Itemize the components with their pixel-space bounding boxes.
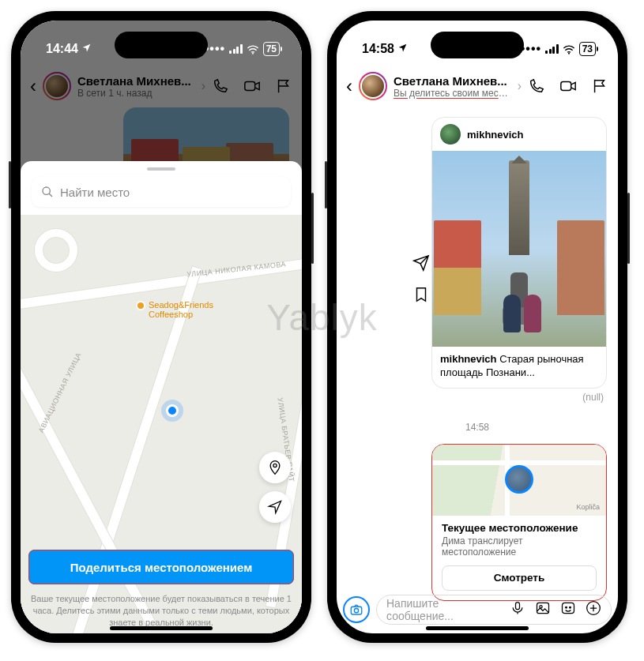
chat-subtitle: Вы делитесь своим местоп... — [394, 88, 510, 99]
contact-avatar[interactable] — [359, 72, 387, 100]
svg-point-2 — [43, 187, 50, 194]
dynamic-island — [115, 32, 208, 58]
chat-header: ‹ Светлана Михнев... Вы делитесь своим м… — [337, 65, 618, 107]
shared-post-card[interactable]: mikhnevich mikhnevich Старая рыночная пл… — [431, 117, 607, 389]
svg-point-7 — [354, 609, 358, 613]
phone-right: 14:58 •••• 73 ‹ Светл — [327, 11, 627, 643]
status-time: 14:44 — [46, 42, 78, 56]
search-location-input[interactable]: Найти место — [32, 177, 291, 207]
svg-point-12 — [566, 607, 567, 608]
svg-point-4 — [568, 53, 570, 54]
bookmark-icon[interactable] — [412, 286, 430, 306]
map-roundabout — [35, 229, 77, 272]
chat-title-block[interactable]: Светлана Михнев... Вы делитесь своим мес… — [394, 74, 510, 99]
message-composer: Напишите сообщение... — [343, 592, 612, 627]
view-location-button[interactable]: Смотреть — [442, 565, 597, 591]
share-icon[interactable] — [412, 254, 430, 275]
road-label: АВИАЦИОННАЯ УЛИЦА — [37, 351, 83, 434]
search-icon — [41, 186, 54, 198]
svg-point-13 — [570, 607, 571, 608]
home-indicator[interactable] — [426, 626, 529, 630]
location-services-icon — [81, 42, 92, 56]
cellular-icon — [229, 44, 243, 54]
wifi-icon — [563, 44, 575, 54]
status-time: 14:58 — [362, 42, 394, 56]
sticker-icon[interactable] — [560, 600, 576, 619]
post-author-name[interactable]: mikhnevich — [467, 129, 524, 141]
dynamic-island — [431, 32, 524, 58]
share-location-sheet: Найти место УЛИЦА НИКОЛАЯ КАМОВА АВИАЦИО… — [21, 161, 302, 633]
chat-name: Светлана Михнев... — [394, 74, 510, 88]
wifi-icon — [247, 44, 259, 54]
drop-pin-button[interactable] — [259, 452, 291, 483]
message-placeholder: Напишите сообщение... — [386, 597, 503, 622]
chevron-right-icon: › — [518, 79, 522, 93]
mic-icon[interactable] — [510, 600, 525, 619]
map-poi[interactable]: Seadog&Friends Coffeeshop — [136, 300, 213, 319]
message-actions — [412, 254, 430, 306]
message-input[interactable]: Напишите сообщение... — [376, 595, 612, 625]
search-placeholder: Найти место — [60, 186, 130, 199]
post-author-avatar[interactable] — [440, 124, 461, 145]
poi-pin-icon — [136, 301, 145, 310]
location-card-subtitle: Дима транслирует местоположение — [442, 535, 597, 558]
svg-rect-6 — [351, 607, 362, 614]
video-icon[interactable] — [559, 77, 577, 95]
live-location-card[interactable]: Kopliča Текущее местоположение Дима тран… — [431, 444, 607, 601]
location-map[interactable]: УЛИЦА НИКОЛАЯ КАМОВА АВИАЦИОННАЯ УЛИЦА У… — [21, 215, 302, 633]
post-caption: mikhnevich Старая рыночная площадь Позна… — [432, 347, 606, 388]
location-card-title: Текущее местоположение — [442, 522, 597, 534]
battery-icon: 75 — [263, 42, 280, 56]
svg-point-3 — [273, 464, 277, 467]
poi-name-2: Coffeeshop — [149, 310, 213, 319]
location-services-icon — [397, 42, 408, 56]
share-location-button[interactable]: Поделиться местоположением — [28, 550, 294, 584]
disclaimer-text: Ваше текущее местоположение будет показы… — [30, 593, 292, 629]
battery-icon: 73 — [579, 42, 596, 56]
poi-name-1: Seadog&Friends — [149, 300, 213, 310]
cellular-icon — [545, 44, 559, 54]
map-place-label: Kopliča — [576, 503, 600, 511]
sheet-handle[interactable] — [147, 167, 175, 171]
flag-icon[interactable] — [591, 77, 608, 95]
svg-rect-9 — [537, 603, 549, 613]
svg-rect-8 — [516, 603, 520, 610]
plus-icon[interactable] — [586, 600, 601, 619]
null-label: (null) — [337, 392, 604, 403]
home-indicator[interactable] — [110, 626, 213, 630]
camera-button[interactable] — [343, 596, 370, 623]
gallery-icon[interactable] — [535, 600, 551, 619]
current-location-dot — [166, 404, 179, 417]
call-icon[interactable] — [528, 77, 545, 95]
recenter-button[interactable] — [259, 491, 291, 523]
phone-left: 14:44 •••• 75 ‹ — [11, 11, 311, 643]
post-image[interactable] — [432, 151, 606, 347]
location-card-map: Kopliča — [432, 445, 606, 516]
time-divider: 14:58 — [337, 422, 618, 433]
svg-rect-5 — [561, 82, 571, 91]
svg-point-0 — [252, 53, 254, 54]
back-button[interactable]: ‹ — [346, 75, 352, 97]
location-avatar-marker — [505, 465, 533, 494]
